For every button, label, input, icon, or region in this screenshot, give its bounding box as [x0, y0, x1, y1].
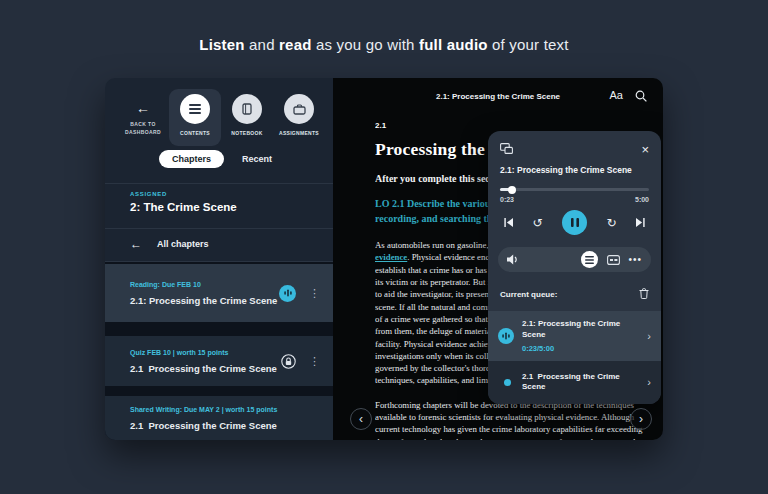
pause-button[interactable] [562, 210, 587, 235]
sidebar-item-notebook[interactable]: NOTEBOOK [221, 89, 273, 146]
assignment-title: 2.1 Processing the Crime Scene [130, 363, 281, 374]
rewind-icon[interactable]: ↺ [532, 217, 542, 229]
queue-item-next[interactable]: 2.1 Processing the Crime Scene › [488, 361, 661, 405]
assigned-section: ASSIGNED 2: The Crime Scene [130, 191, 237, 213]
assignment-meta: Shared Writing: Due MAY 2 | worth 15 poi… [130, 406, 320, 413]
fast-forward-icon[interactable]: ↻ [606, 217, 616, 229]
next-page-button[interactable]: › [630, 408, 652, 430]
player-header: × [488, 131, 661, 158]
chevron-left-icon: ‹ [359, 412, 363, 426]
total-duration: 5:00 [635, 196, 649, 203]
previous-page-button[interactable]: ‹ [350, 408, 372, 430]
tab-recent[interactable]: Recent [242, 154, 272, 164]
captions-icon[interactable] [607, 255, 620, 265]
queue-item-text: 2.1 Processing the Crime Scene [522, 372, 641, 394]
assignment-meta: Reading: Due FEB 10 [130, 281, 279, 288]
contents-label: CONTENTS [169, 130, 221, 136]
font-settings-button[interactable]: Aa [610, 89, 623, 101]
section-number: 2.1 [375, 121, 647, 130]
more-options-icon[interactable]: ••• [628, 255, 642, 265]
player-track-title: 2.1: Processing the Crime Scene [488, 158, 661, 175]
back-to-dashboard-button[interactable]: ← BACK TO DASHBOARD [117, 89, 169, 146]
reader-pane: 2.1: Processing the Crime Scene Aa 2.1 P… [333, 78, 663, 440]
list-item-text: Shared Writing: Due MAY 2 | worth 15 poi… [130, 406, 320, 431]
all-chapters-button[interactable]: ← All chapters [130, 237, 209, 251]
queue-label: Current queue: [500, 290, 557, 299]
sidebar-item-assignments[interactable]: ASSIGNMENTS [273, 89, 325, 146]
contents-icon [180, 94, 210, 124]
queue-toggle-button[interactable] [581, 251, 598, 268]
back-to-dashboard-label: BACK TO DASHBOARD [117, 120, 169, 136]
lock-icon [281, 354, 296, 369]
chevron-right-icon: › [647, 376, 651, 388]
all-chapters-label: All chapters [157, 239, 209, 249]
assignment-title: 2.1: Processing the Crime Scene [130, 295, 279, 306]
hero-bold-listen: Listen [199, 36, 244, 53]
now-playing-icon [498, 328, 514, 344]
queued-bullet-icon [504, 379, 511, 386]
sidebar-item-contents[interactable]: CONTENTS [169, 89, 221, 146]
assignments-icon [284, 94, 314, 124]
queue-item-current[interactable]: 2.1: Processing the Crime Scene 0:23/5:0… [488, 311, 661, 361]
queue-item-title: 2.1 Processing the Crime Scene [522, 372, 641, 394]
chapter-list: Reading: Due FEB 10 2.1: Processing the … [105, 262, 333, 440]
picture-in-picture-icon[interactable] [500, 140, 513, 158]
assignments-label: ASSIGNMENTS [273, 130, 325, 136]
list-item-shared-writing[interactable]: Shared Writing: Due MAY 2 | worth 15 poi… [105, 396, 333, 440]
divider [105, 228, 333, 229]
chevron-right-icon: › [647, 330, 651, 342]
playback-controls: ↺ ↻ [488, 203, 661, 238]
hero-bold-read: read [279, 36, 312, 53]
trash-icon[interactable] [639, 285, 649, 303]
assignment-meta: Quiz FEB 10 | worth 15 points [130, 349, 281, 356]
previous-track-button[interactable] [504, 218, 513, 227]
progress-slider[interactable] [500, 188, 649, 191]
tablet-frame: ← BACK TO DASHBOARD CONTENTS NOTEBOOK [105, 78, 663, 440]
player-options-bar: ••• [498, 247, 651, 272]
assignment-title: 2.1 Processing the Crime Scene [130, 420, 320, 431]
queue-item-title: 2.1: Processing the Crime Scene [522, 319, 641, 341]
progress-thumb[interactable] [508, 186, 516, 194]
sidebar-top-nav: ← BACK TO DASHBOARD CONTENTS NOTEBOOK [117, 89, 325, 146]
list-item-quiz[interactable]: Quiz FEB 10 | worth 15 points 2.1 Proces… [105, 336, 333, 386]
list-item-text: Quiz FEB 10 | worth 15 points 2.1 Proces… [130, 349, 281, 374]
sidebar-tabs: Chapters Recent [159, 150, 272, 168]
assigned-chapter-title: 2: The Crime Scene [130, 201, 237, 213]
divider [105, 183, 333, 184]
hero-headline: Listen and read as you go with full audi… [0, 36, 768, 53]
list-item-text: Reading: Due FEB 10 2.1: Processing the … [130, 281, 279, 306]
notebook-label: NOTEBOOK [221, 130, 273, 136]
hero-bold-full-audio: full audio [419, 36, 488, 53]
list-item-reading[interactable]: Reading: Due FEB 10 2.1: Processing the … [105, 264, 333, 322]
elapsed-time: 0:23 [500, 196, 514, 203]
notebook-icon [232, 94, 262, 124]
tab-chapters[interactable]: Chapters [159, 150, 224, 168]
item-menu-icon[interactable]: ⋮ [309, 356, 320, 367]
search-icon[interactable] [635, 90, 647, 102]
back-arrow-icon: ← [130, 237, 142, 251]
body-paragraph-2: Forthcoming chapters will be devoted to … [375, 399, 647, 440]
queue-item-time: 0:23/5:00 [522, 344, 641, 353]
item-menu-icon[interactable]: ⋮ [309, 288, 320, 299]
volume-icon[interactable] [507, 251, 520, 269]
queue-item-text: 2.1: Processing the Crime Scene 0:23/5:0… [522, 319, 641, 353]
audio-player-panel: × 2.1: Processing the Crime Scene 0:23 5… [488, 131, 661, 404]
queue-header: Current queue: [488, 282, 661, 311]
sidebar: ← BACK TO DASHBOARD CONTENTS NOTEBOOK [105, 78, 333, 440]
close-icon[interactable]: × [641, 143, 649, 156]
play-audio-button[interactable] [279, 285, 296, 302]
back-arrow-icon: ← [117, 101, 169, 115]
next-track-button[interactable] [636, 218, 645, 227]
assigned-label: ASSIGNED [130, 191, 237, 197]
chevron-right-icon: › [639, 412, 643, 426]
